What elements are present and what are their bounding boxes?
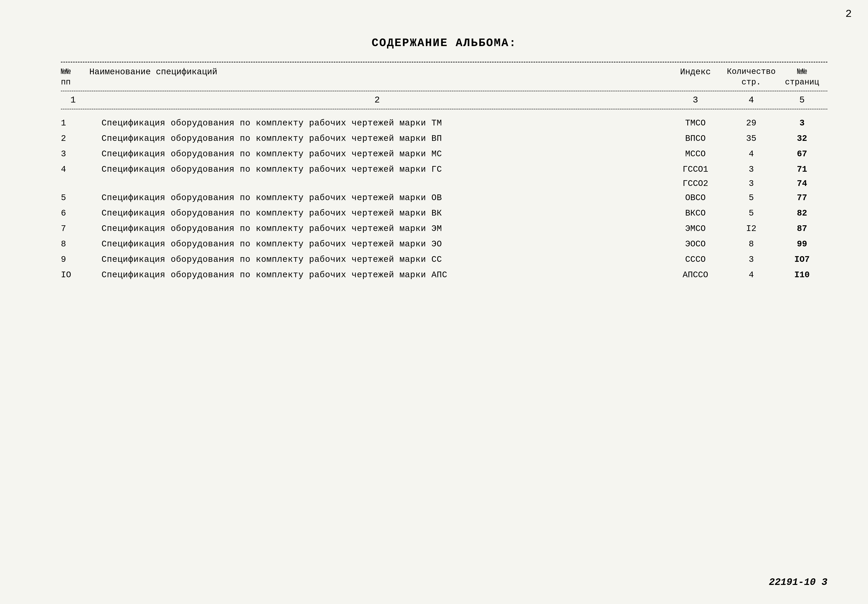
table-row: 2 Спецификация оборудования по комплекту… xyxy=(61,131,828,146)
sub-header-1: 1 xyxy=(61,95,85,105)
table-row: 3 Спецификация оборудования по комплекту… xyxy=(61,146,828,162)
table-row: 1 Спецификация оборудования по комплекту… xyxy=(61,116,828,131)
table-sub-header: 1 2 3 4 5 xyxy=(61,91,828,109)
header-col-pages: №№ страниц xyxy=(777,67,828,88)
table-header: №№ пп Наименование спецификаций Индекс К… xyxy=(61,62,828,91)
table-row-sub: ГССО2 3 74 xyxy=(61,177,828,190)
table-row: 8 Спецификация оборудования по комплекту… xyxy=(61,237,828,252)
header-col-name: Наименование спецификаций xyxy=(85,67,665,78)
page: 2 СОДЕРЖАНИЕ АЛЬБОМА: №№ пп Наименование… xyxy=(0,0,868,604)
table-row: 9 Спецификация оборудования по комплекту… xyxy=(61,252,828,267)
table-row: 4 Спецификация оборудования по комплекту… xyxy=(61,162,828,177)
table-row: 6 Спецификация оборудования по комплекту… xyxy=(61,206,828,221)
main-content: СОДЕРЖАНИЕ АЛЬБОМА: №№ пп Наименование с… xyxy=(61,37,828,283)
page-title: СОДЕРЖАНИЕ АЛЬБОМА: xyxy=(61,37,828,50)
sub-header-4: 4 xyxy=(726,95,777,105)
table-row: 5 Спецификация оборудования по комплекту… xyxy=(61,190,828,206)
header-col-count: Количество стр. xyxy=(726,67,777,88)
table-container: №№ пп Наименование спецификаций Индекс К… xyxy=(61,62,828,283)
table-row: 7 Спецификация оборудования по комплекту… xyxy=(61,221,828,237)
sub-header-2: 2 xyxy=(85,95,665,105)
header-col-num: №№ пп xyxy=(61,67,85,88)
header-col-index: Индекс xyxy=(665,67,726,78)
table-body: 1 Спецификация оборудования по комплекту… xyxy=(61,116,828,283)
sub-header-5: 5 xyxy=(777,95,828,105)
table-row: IO Спецификация оборудования по комплект… xyxy=(61,267,828,283)
sub-header-3: 3 xyxy=(665,95,726,105)
page-number-top: 2 xyxy=(845,8,852,20)
footer-code: 22191-10 3 xyxy=(769,577,828,588)
